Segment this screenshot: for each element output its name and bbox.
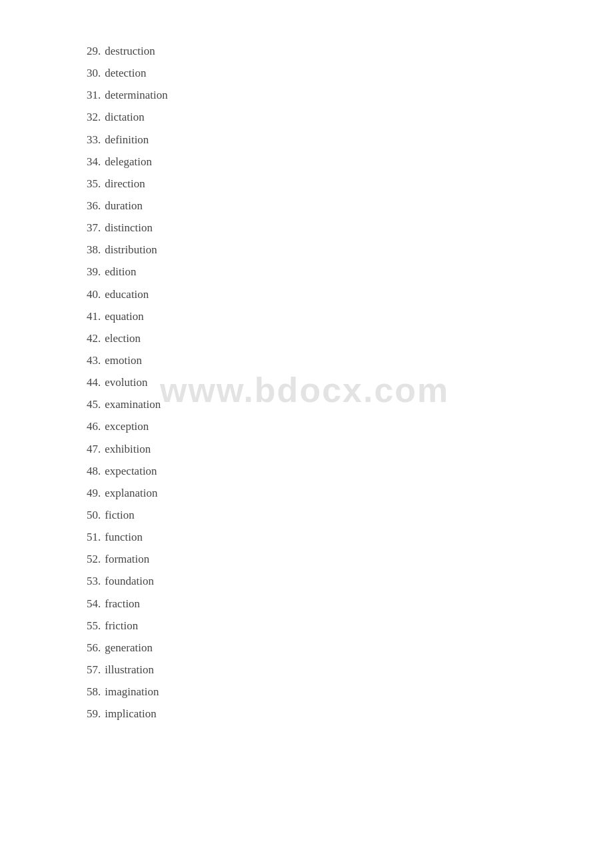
item-word: distinction [105, 221, 153, 234]
item-word: examination [105, 398, 161, 411]
list-item: 33.definition [87, 129, 560, 151]
item-number: 59. [87, 707, 101, 720]
item-word: implication [105, 707, 156, 720]
item-word: definition [105, 133, 149, 146]
item-word: duration [105, 199, 143, 212]
item-word: evolution [105, 376, 147, 389]
item-word: foundation [105, 575, 154, 587]
list-item: 46.exception [87, 415, 560, 437]
item-word: formation [105, 553, 149, 565]
item-word: distribution [105, 243, 157, 256]
item-word: education [105, 288, 149, 301]
item-number: 37. [87, 221, 101, 234]
list-item: 50.fiction [87, 504, 560, 526]
list-item: 49.explanation [87, 482, 560, 504]
item-word: equation [105, 310, 144, 323]
item-number: 29. [87, 45, 101, 57]
item-number: 55. [87, 619, 101, 632]
list-item: 59.implication [87, 703, 560, 725]
item-word: delegation [105, 155, 152, 168]
item-word: edition [105, 265, 136, 278]
item-number: 36. [87, 199, 101, 212]
item-word: explanation [105, 487, 157, 499]
item-number: 56. [87, 641, 101, 654]
item-number: 47. [87, 443, 101, 455]
item-word: direction [105, 177, 145, 190]
list-item: 41.equation [87, 305, 560, 327]
item-word: emotion [105, 354, 142, 367]
list-item: 42.election [87, 327, 560, 349]
item-number: 52. [87, 553, 101, 565]
list-item: 37.distinction [87, 217, 560, 239]
item-word: determination [105, 89, 167, 101]
list-item: 40.education [87, 283, 560, 305]
item-word: destruction [105, 45, 155, 57]
list-item: 30.detection [87, 62, 560, 84]
item-word: function [105, 531, 143, 543]
item-number: 57. [87, 663, 101, 676]
item-word: imagination [105, 685, 159, 698]
item-number: 38. [87, 243, 101, 256]
list-item: 52.formation [87, 548, 560, 570]
item-number: 30. [87, 67, 101, 79]
item-word: election [105, 332, 141, 345]
word-list: 29.destruction30.detection31.determinati… [87, 40, 560, 725]
list-item: 47.exhibition [87, 438, 560, 460]
list-item: 29.destruction [87, 40, 560, 62]
list-item: 55.friction [87, 615, 560, 637]
item-number: 40. [87, 288, 101, 301]
list-item: 32.dictation [87, 106, 560, 128]
item-word: detection [105, 67, 146, 79]
list-item: 43.emotion [87, 349, 560, 371]
list-item: 31.determination [87, 84, 560, 106]
list-item: 36.duration [87, 195, 560, 217]
page-container: www.bdocx.com 29.destruction30.detection… [0, 0, 613, 765]
list-item: 35.direction [87, 173, 560, 195]
list-item: 44.evolution [87, 371, 560, 393]
item-number: 44. [87, 376, 101, 389]
item-number: 42. [87, 332, 101, 345]
list-item: 53.foundation [87, 570, 560, 592]
item-number: 39. [87, 265, 101, 278]
item-number: 58. [87, 685, 101, 698]
item-number: 54. [87, 597, 101, 610]
list-item: 34.delegation [87, 151, 560, 173]
list-item: 51.function [87, 526, 560, 548]
item-number: 50. [87, 509, 101, 521]
item-number: 49. [87, 487, 101, 499]
item-number: 53. [87, 575, 101, 587]
item-word: fraction [105, 597, 140, 610]
list-item: 56.generation [87, 637, 560, 659]
item-word: expectation [105, 465, 157, 477]
list-item: 38.distribution [87, 239, 560, 261]
item-number: 35. [87, 177, 101, 190]
item-number: 33. [87, 133, 101, 146]
item-word: illustration [105, 663, 154, 676]
item-word: friction [105, 619, 138, 632]
item-number: 32. [87, 111, 101, 123]
item-word: dictation [105, 111, 144, 123]
item-number: 34. [87, 155, 101, 168]
item-number: 46. [87, 420, 101, 433]
item-number: 51. [87, 531, 101, 543]
item-word: generation [105, 641, 153, 654]
item-word: exhibition [105, 443, 151, 455]
list-item: 45.examination [87, 393, 560, 415]
item-word: fiction [105, 509, 134, 521]
item-word: exception [105, 420, 149, 433]
list-item: 57.illustration [87, 659, 560, 681]
item-number: 43. [87, 354, 101, 367]
item-number: 45. [87, 398, 101, 411]
list-item: 58.imagination [87, 681, 560, 703]
item-number: 41. [87, 310, 101, 323]
list-item: 39.edition [87, 261, 560, 283]
list-item: 48.expectation [87, 460, 560, 482]
list-item: 54.fraction [87, 593, 560, 615]
item-number: 31. [87, 89, 101, 101]
item-number: 48. [87, 465, 101, 477]
